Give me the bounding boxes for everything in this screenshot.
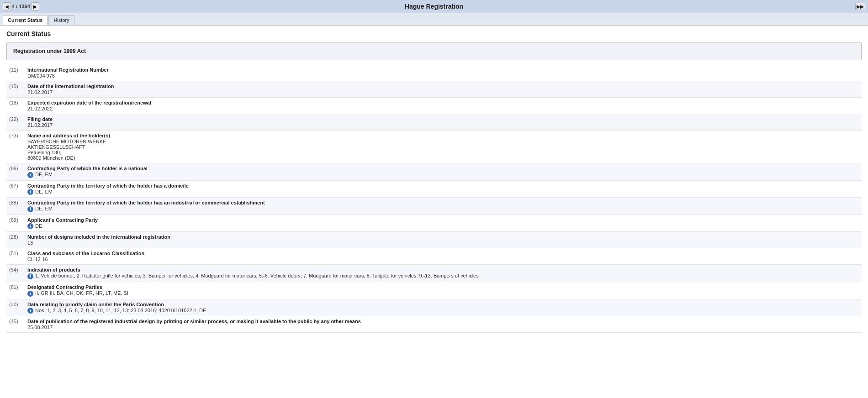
field-number: (45) xyxy=(6,316,25,333)
field-value: 13 xyxy=(27,240,859,246)
field-content: Data relating to priority claim under th… xyxy=(25,299,862,316)
info-icon: i xyxy=(27,308,33,314)
field-label: Filing date xyxy=(27,116,859,122)
table-row: (45)Date of publication of the registere… xyxy=(6,316,862,333)
field-content: Designated Contracting PartiesiII. GR II… xyxy=(25,282,862,299)
table-row: (87)Contracting Party in the territory o… xyxy=(6,180,862,198)
table-row: (73)Name and address of the holder(s)BAY… xyxy=(6,131,862,163)
field-value: 25.08.2017 xyxy=(27,325,859,330)
field-value: iII. GR III. BA, CH, DK, FR, HR, LT, ME,… xyxy=(27,290,859,297)
field-value-text: DE, EM xyxy=(35,189,53,194)
field-content: Number of designs included in the intern… xyxy=(25,232,862,248)
field-value-text: 1. Vehicle bonnet; 2. Radiator grille fo… xyxy=(35,273,479,278)
field-label: International Registration Number xyxy=(27,67,859,73)
field-label: Expected expiration date of the registra… xyxy=(27,100,859,105)
field-label: Data relating to priority claim under th… xyxy=(27,302,859,307)
field-number: (87) xyxy=(6,180,25,198)
field-value-text: DE, EM xyxy=(35,206,53,211)
field-label: Name and address of the holder(s) xyxy=(27,133,859,138)
field-number: (54) xyxy=(6,265,25,282)
field-value: iDE, EM xyxy=(27,189,859,195)
field-value: 21.02.2017 xyxy=(27,89,859,95)
field-content: Name and address of the holder(s)BAYERIS… xyxy=(25,131,862,163)
info-icon: i xyxy=(27,172,33,178)
field-number: (73) xyxy=(6,131,25,163)
table-row: (81)Designated Contracting PartiesiII. G… xyxy=(6,282,862,299)
field-content: Contracting Party of which the holder is… xyxy=(25,163,862,181)
field-value: 21.02.2017 xyxy=(27,122,859,128)
nav-controls: ◀ 4 / 1364 ▶ xyxy=(3,2,39,10)
field-label: Contracting Party in the territory of wh… xyxy=(27,183,859,189)
field-label: Date of publication of the registered in… xyxy=(27,319,859,324)
table-row: (88)Contracting Party in the territory o… xyxy=(6,198,862,215)
field-label: Indication of products xyxy=(27,267,859,272)
data-table: (11)International Registration NumberDM/… xyxy=(6,65,862,333)
field-label: Contracting Party in the territory of wh… xyxy=(27,200,859,205)
table-row: (54)Indication of productsi1. Vehicle bo… xyxy=(6,265,862,282)
tab-bar: Current Status History xyxy=(0,13,868,26)
field-value-text: DE, EM xyxy=(35,172,53,177)
prev-button[interactable]: ◀ xyxy=(3,2,11,10)
field-value-text: Nos. 1, 2, 3, 4, 5, 6, 7, 8, 9, 10, 11, … xyxy=(35,308,206,313)
field-value: Cl. 12-16 xyxy=(27,257,859,262)
nav-counter: 4 / 1364 xyxy=(12,4,30,9)
field-label: Applicant's Contracting Party xyxy=(27,217,859,223)
table-row: (30)Data relating to priority claim unde… xyxy=(6,299,862,316)
field-content: Indication of productsi1. Vehicle bonnet… xyxy=(25,265,862,282)
page-title-bar: Hague Registration xyxy=(405,3,463,10)
field-content: Class and subclass of the Locarno Classi… xyxy=(25,248,862,265)
field-number: (51) xyxy=(6,248,25,265)
registration-box: Registration under 1999 Act xyxy=(6,42,862,60)
table-row: (89)Applicant's Contracting PartyiDE xyxy=(6,215,862,232)
next-button[interactable]: ▶ xyxy=(31,2,39,10)
info-icon: i xyxy=(27,223,33,229)
field-content: International Registration NumberDM/094 … xyxy=(25,65,862,81)
field-number: (15) xyxy=(6,81,25,98)
field-value: DM/094 978 xyxy=(27,73,859,79)
field-content: Filing date21.02.2017 xyxy=(25,114,862,131)
field-content: Contracting Party in the territory of wh… xyxy=(25,180,862,198)
field-content: Date of the international registration21… xyxy=(25,81,862,98)
field-number: (86) xyxy=(6,163,25,181)
field-content: Date of publication of the registered in… xyxy=(25,316,862,333)
table-row: (28)Number of designs included in the in… xyxy=(6,232,862,248)
field-value: iDE xyxy=(27,223,859,230)
field-value: iDE, EM xyxy=(27,172,859,178)
field-label: Date of the international registration xyxy=(27,84,859,89)
table-row: (86)Contracting Party of which the holde… xyxy=(6,163,862,181)
field-label: Number of designs included in the intern… xyxy=(27,234,859,240)
section-heading: Current Status xyxy=(6,30,862,37)
field-value: 21.02.2022 xyxy=(27,106,859,111)
field-content: Expected expiration date of the registra… xyxy=(25,98,862,114)
info-icon: i xyxy=(27,206,33,212)
field-label: Designated Contracting Parties xyxy=(27,284,859,290)
field-number: (89) xyxy=(6,215,25,232)
main-content: Current Status Registration under 1999 A… xyxy=(0,26,868,398)
info-icon: i xyxy=(27,291,33,297)
info-icon: i xyxy=(27,189,33,195)
info-icon: i xyxy=(27,273,33,279)
field-content: Applicant's Contracting PartyiDE xyxy=(25,215,862,232)
table-row: (22)Filing date21.02.2017 xyxy=(6,114,862,131)
field-label: Class and subclass of the Locarno Classi… xyxy=(27,251,859,256)
field-number: (18) xyxy=(6,98,25,114)
field-content: Contracting Party in the territory of wh… xyxy=(25,198,862,215)
field-value: iDE, EM xyxy=(27,206,859,212)
field-value: BAYERISCHE MOTOREN WERKEAKTIENGESELLSCHA… xyxy=(27,139,859,161)
field-number: (88) xyxy=(6,198,25,215)
field-number: (81) xyxy=(6,282,25,299)
field-value: i1. Vehicle bonnet; 2. Radiator grille f… xyxy=(27,273,859,279)
title-bar: ◀ 4 / 1364 ▶ Hague Registration ▶▶ xyxy=(0,0,868,13)
table-row: (18)Expected expiration date of the regi… xyxy=(6,98,862,114)
field-number: (28) xyxy=(6,232,25,248)
table-row: (11)International Registration NumberDM/… xyxy=(6,65,862,81)
settings-button[interactable]: ▶▶ xyxy=(855,3,865,10)
tab-current-status[interactable]: Current Status xyxy=(3,15,48,25)
field-number: (11) xyxy=(6,65,25,81)
tab-history[interactable]: History xyxy=(48,15,74,25)
table-row: (51)Class and subclass of the Locarno Cl… xyxy=(6,248,862,265)
field-number: (30) xyxy=(6,299,25,316)
table-row: (15)Date of the international registrati… xyxy=(6,81,862,98)
field-label: Contracting Party of which the holder is… xyxy=(27,166,859,171)
field-value-text: II. GR III. BA, CH, DK, FR, HR, LT, ME, … xyxy=(35,290,128,296)
